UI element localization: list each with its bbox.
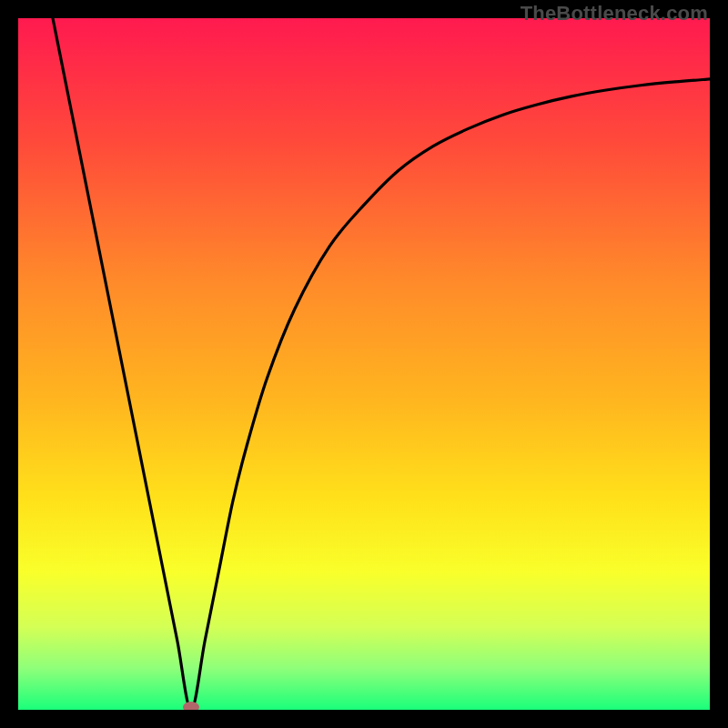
chart-frame	[18, 18, 710, 710]
chart-svg	[18, 18, 710, 710]
watermark-text: TheBottleneck.com	[521, 2, 708, 25]
